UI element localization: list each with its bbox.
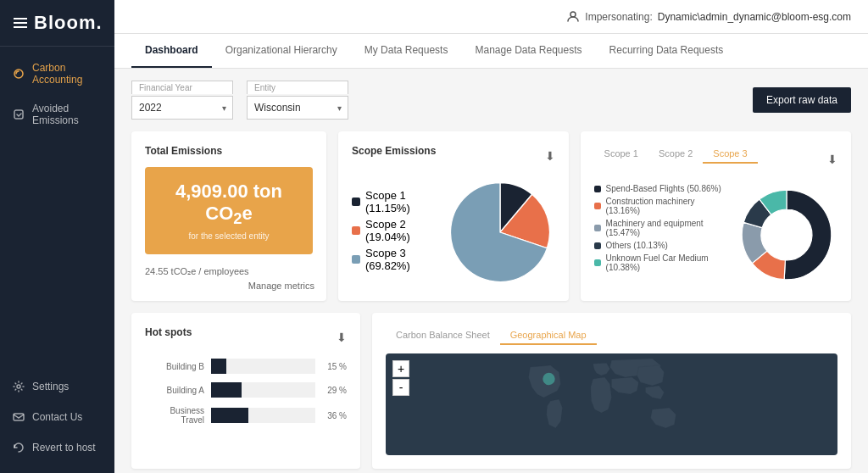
- filter-bar: Financial Year 2022 2021 2020 Entity Wis…: [131, 81, 851, 120]
- settings-icon: [12, 380, 25, 393]
- carbon-accounting-icon: [12, 67, 25, 81]
- bar-pct-building-b: 15 %: [327, 362, 347, 371]
- dashboard-content: Financial Year 2022 2021 2020 Entity Wis…: [114, 69, 868, 473]
- bar-fill-building-b: [211, 359, 226, 374]
- breakdown-dot-3: [594, 225, 601, 231]
- bottom-cards-row: Hot spots ⬇ Building B 15 % Building A: [131, 313, 851, 469]
- scope-tab-3[interactable]: Scope 3: [703, 145, 757, 164]
- top-cards-row: Total Emissions 4,909.00 ton CO2e for th…: [131, 131, 851, 301]
- breakdown-legend-item-5: Unknown Fuel Car Medium (10.38%): [594, 253, 722, 272]
- hotspots-download-icon[interactable]: ⬇: [337, 331, 347, 344]
- breakdown-download-icon[interactable]: ⬇: [827, 153, 837, 166]
- main-content: Impersonating: Dynamic\admin_dynamic@blo…: [114, 0, 868, 473]
- breakdown-label-3: Machinery and equipment (15.47%): [606, 219, 722, 237]
- tab-carbon-balance-sheet[interactable]: Carbon Balance Sheet: [386, 326, 500, 345]
- bar-pct-building-a: 29 %: [327, 386, 347, 395]
- tab-dashboard[interactable]: Dashboard: [131, 34, 212, 68]
- bar-row-building-b: Building B 15 %: [145, 359, 347, 374]
- breakdown-label-5: Unknown Fuel Car Medium (10.38%): [606, 253, 722, 272]
- bar-fill-business-travel: [211, 408, 248, 423]
- bar-label-business-travel: Business Travel: [145, 406, 204, 425]
- breakdown-legend-item-2: Construction machinery (13.16%): [594, 197, 722, 215]
- nav-tabs: Dashboard Organizational Hierarchy My Da…: [114, 34, 868, 69]
- manage-metrics-link[interactable]: Manage metrics: [248, 281, 314, 291]
- contact-us-icon: [12, 410, 25, 424]
- bar-track-business-travel: [211, 408, 315, 423]
- bar-track-building-b: [211, 359, 315, 374]
- emission-subtitle: for the selected entity: [159, 231, 299, 241]
- avoided-emissions-icon: [12, 108, 25, 121]
- breakdown-label-2: Construction machinery (13.16%): [606, 197, 722, 215]
- hotspots-card: Hot spots ⬇ Building B 15 % Building A: [131, 313, 360, 469]
- user-icon: [566, 10, 580, 24]
- sidebar-item-avoided-emissions[interactable]: Avoided Emissions: [0, 94, 114, 135]
- breakdown-legend: Spend-Based Flights (50.86%) Constructio…: [594, 184, 722, 286]
- sidebar-item-contact-us[interactable]: Contact Us: [0, 402, 114, 432]
- bar-label-building-b: Building B: [145, 362, 204, 371]
- breakdown-dot-5: [594, 259, 601, 266]
- tab-my-data-requests[interactable]: My Data Requests: [351, 34, 462, 68]
- bar-row-building-a: Building A 29 %: [145, 382, 347, 398]
- geographical-map: + -: [386, 353, 837, 455]
- breakdown-legend-item-3: Machinery and equipment (15.47%): [594, 219, 722, 237]
- scope-donut-chart: [736, 184, 837, 286]
- breakdown-label-4: Others (10.13%): [606, 241, 668, 250]
- hamburger-menu[interactable]: [14, 18, 27, 28]
- donut-svg: [736, 184, 837, 286]
- svg-rect-1: [14, 110, 23, 119]
- breakdown-content: Spend-Based Flights (50.86%) Constructio…: [594, 184, 837, 286]
- breakdown-legend-item-1: Spend-Based Flights (50.86%): [594, 184, 722, 193]
- legend-dot-scope1: [352, 198, 360, 206]
- sidebar-item-carbon-accounting[interactable]: Carbon Accounting: [0, 53, 114, 94]
- tab-geographical-map[interactable]: Geographical Map: [500, 326, 597, 345]
- scope-content: Scope 1 (11.15%) Scope 2 (19.04%) Scope …: [352, 177, 555, 287]
- export-raw-data-button[interactable]: Export raw data: [753, 87, 851, 113]
- emission-value: 4,909.00 ton CO2e: [159, 181, 299, 228]
- legend-dot-scope2: [352, 226, 360, 235]
- breakdown-dot-2: [594, 203, 601, 209]
- sidebar-item-settings-label: Settings: [32, 381, 69, 392]
- svg-point-4: [570, 12, 576, 17]
- map-tabs: Carbon Balance Sheet Geographical Map: [386, 326, 837, 345]
- financial-year-label: Financial Year: [131, 81, 233, 94]
- hotspots-title: Hot spots: [145, 326, 192, 338]
- entity-select[interactable]: Wisconsin California: [247, 96, 348, 120]
- entity-label: Entity: [247, 81, 348, 94]
- scope-emissions-download-icon[interactable]: ⬇: [545, 149, 555, 163]
- scope-breakdown-tabs: Scope 1 Scope 2 Scope 3: [594, 145, 758, 164]
- financial-year-filter: Financial Year 2022 2021 2020: [131, 81, 233, 120]
- sidebar-item-carbon-accounting-label: Carbon Accounting: [32, 62, 103, 86]
- sidebar-item-settings[interactable]: Settings: [0, 371, 114, 402]
- scope-tab-1[interactable]: Scope 1: [594, 145, 648, 164]
- nav-items: Carbon Accounting Avoided Emissions: [0, 47, 114, 371]
- hotspots-bar-chart: Building B 15 % Building A 29 %: [145, 359, 347, 425]
- scope-emissions-title: Scope Emissions: [352, 145, 436, 157]
- svg-rect-3: [14, 414, 24, 420]
- scope-pie-chart: [445, 177, 555, 287]
- sidebar-item-revert-to-host[interactable]: Revert to host: [0, 432, 114, 463]
- financial-year-select[interactable]: 2022 2021 2020: [131, 96, 233, 120]
- total-emissions-title: Total Emissions: [145, 145, 313, 157]
- sidebar-item-contact-us-label: Contact Us: [32, 411, 82, 423]
- tab-manage-data-requests[interactable]: Manage Data Requests: [461, 34, 595, 68]
- legend-dot-scope3: [352, 255, 360, 264]
- breakdown-dot-4: [594, 242, 601, 249]
- scope-emissions-card: Scope Emissions ⬇ Scope 1 (11.15%) Scope…: [338, 131, 569, 301]
- tab-org-hierarchy[interactable]: Organizational Hierarchy: [212, 34, 351, 68]
- sidebar-item-revert-label: Revert to host: [32, 442, 96, 454]
- bar-fill-building-a: [211, 382, 242, 398]
- logo: Bloom.: [0, 0, 114, 47]
- scope-breakdown-card: Scope 1 Scope 2 Scope 3 ⬇ Spend-Based Fl…: [581, 131, 851, 301]
- map-highlight: [542, 373, 554, 385]
- tab-recurring-data-requests[interactable]: Recurring Data Requests: [596, 34, 737, 68]
- legend-item-scope2: Scope 2 (19.04%): [352, 218, 428, 243]
- breakdown-label-1: Spend-Based Flights (50.86%): [606, 184, 721, 193]
- bar-row-business-travel: Business Travel 36 %: [145, 406, 347, 425]
- legend-label-scope1: Scope 1 (11.15%): [365, 189, 428, 214]
- bar-label-building-a: Building A: [145, 386, 204, 395]
- scope-legend: Scope 1 (11.15%) Scope 2 (19.04%) Scope …: [352, 189, 428, 275]
- impersonating-label: Impersonating:: [585, 11, 652, 23]
- scope-tab-2[interactable]: Scope 2: [648, 145, 703, 164]
- breakdown-dot-1: [594, 186, 601, 192]
- bottom-nav: Settings Contact Us Revert to host: [0, 371, 114, 473]
